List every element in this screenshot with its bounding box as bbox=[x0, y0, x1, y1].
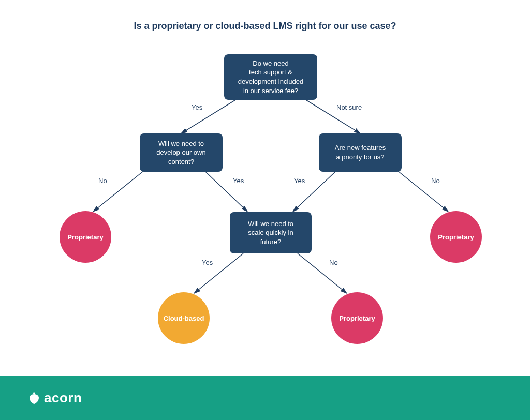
footer-bar: acorn bbox=[0, 376, 530, 420]
question-new-features: Are new featuresa priority for us? bbox=[319, 133, 402, 172]
question-tech-support: Do we needtech support &development incl… bbox=[224, 54, 317, 100]
result-proprietary-right: Proprietary bbox=[430, 211, 482, 263]
result-cloud-based: Cloud-based bbox=[158, 292, 210, 344]
edge-label-yes: Yes bbox=[192, 103, 202, 111]
edge-label-no: No bbox=[329, 259, 338, 266]
edge-label-yes: Yes bbox=[294, 177, 305, 185]
svg-line-7 bbox=[298, 253, 347, 293]
edge-label-not-sure: Not sure bbox=[336, 103, 362, 111]
svg-line-5 bbox=[398, 171, 448, 212]
svg-line-0 bbox=[181, 98, 238, 133]
brand-name: acorn bbox=[44, 390, 82, 406]
edge-label-yes: Yes bbox=[233, 177, 244, 185]
page-title: Is a proprietary or cloud-based LMS righ… bbox=[0, 21, 530, 32]
acorn-icon bbox=[28, 392, 40, 404]
edge-label-yes: Yes bbox=[202, 259, 213, 266]
question-develop-content: Will we need todevelop our owncontent? bbox=[140, 133, 223, 172]
question-scale-quickly: Will we need toscale quickly infuture? bbox=[230, 212, 312, 253]
brand-logo: acorn bbox=[28, 390, 82, 406]
edge-label-no: No bbox=[98, 177, 107, 185]
flowchart-canvas: Is a proprietary or cloud-based LMS righ… bbox=[0, 0, 530, 420]
result-proprietary-left: Proprietary bbox=[60, 211, 111, 263]
result-proprietary-bottom: Proprietary bbox=[331, 292, 383, 344]
edge-label-no: No bbox=[431, 177, 440, 185]
